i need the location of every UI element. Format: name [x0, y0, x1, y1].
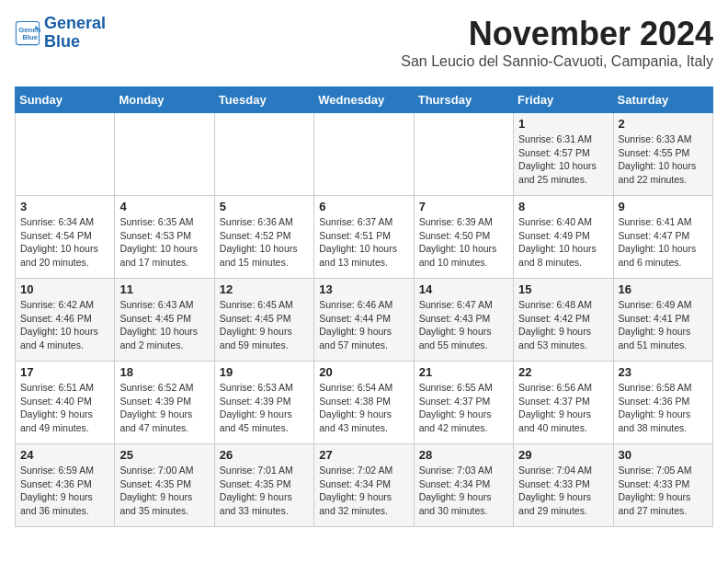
day-info: Sunrise: 6:41 AM Sunset: 4:47 PM Dayligh… [619, 215, 708, 270]
day-info: Sunrise: 7:04 AM Sunset: 4:33 PM Dayligh… [518, 464, 608, 518]
weekday-header-sunday: Sunday [16, 87, 115, 113]
day-number: 1 [518, 117, 608, 131]
day-info: Sunrise: 7:02 AM Sunset: 4:34 PM Dayligh… [319, 464, 408, 518]
day-info: Sunrise: 6:47 AM Sunset: 4:43 PM Dayligh… [419, 298, 508, 352]
day-info: Sunrise: 6:39 AM Sunset: 4:50 PM Dayligh… [419, 215, 508, 270]
day-number: 30 [619, 448, 708, 462]
day-number: 14 [419, 282, 508, 296]
logo: General Blue General Blue [15, 15, 106, 52]
calendar-cell: 6Sunrise: 6:37 AM Sunset: 4:51 PM Daylig… [314, 196, 414, 279]
day-number: 18 [119, 365, 209, 379]
day-info: Sunrise: 6:48 AM Sunset: 4:42 PM Dayligh… [518, 298, 608, 352]
day-info: Sunrise: 7:01 AM Sunset: 4:35 PM Dayligh… [220, 464, 309, 518]
calendar-cell: 12Sunrise: 6:45 AM Sunset: 4:45 PM Dayli… [214, 279, 313, 362]
calendar-cell: 18Sunrise: 6:52 AM Sunset: 4:39 PM Dayli… [115, 362, 214, 444]
calendar-cell [115, 113, 214, 196]
calendar-cell: 25Sunrise: 7:00 AM Sunset: 4:35 PM Dayli… [115, 444, 214, 527]
calendar-cell: 5Sunrise: 6:36 AM Sunset: 4:52 PM Daylig… [214, 196, 313, 279]
day-info: Sunrise: 7:05 AM Sunset: 4:33 PM Dayligh… [619, 464, 708, 518]
calendar-cell: 13Sunrise: 6:46 AM Sunset: 4:44 PM Dayli… [314, 279, 414, 362]
month-title: November 2024 [401, 15, 713, 53]
day-number: 19 [220, 365, 309, 379]
day-number: 26 [220, 448, 309, 462]
day-info: Sunrise: 6:40 AM Sunset: 4:49 PM Dayligh… [518, 215, 608, 270]
day-number: 29 [518, 448, 608, 462]
calendar-week-3: 10Sunrise: 6:42 AM Sunset: 4:46 PM Dayli… [16, 279, 713, 362]
calendar-week-4: 17Sunrise: 6:51 AM Sunset: 4:40 PM Dayli… [16, 362, 713, 444]
day-info: Sunrise: 6:31 AM Sunset: 4:57 PM Dayligh… [518, 132, 608, 187]
calendar-cell: 30Sunrise: 7:05 AM Sunset: 4:33 PM Dayli… [613, 444, 712, 527]
calendar-cell: 24Sunrise: 6:59 AM Sunset: 4:36 PM Dayli… [16, 444, 115, 527]
day-number: 25 [119, 448, 209, 462]
day-info: Sunrise: 6:55 AM Sunset: 4:37 PM Dayligh… [419, 381, 508, 435]
calendar-cell: 9Sunrise: 6:41 AM Sunset: 4:47 PM Daylig… [613, 196, 712, 279]
calendar-cell: 15Sunrise: 6:48 AM Sunset: 4:42 PM Dayli… [514, 279, 613, 362]
day-number: 16 [619, 282, 708, 296]
day-info: Sunrise: 6:34 AM Sunset: 4:54 PM Dayligh… [20, 215, 109, 270]
calendar-week-5: 24Sunrise: 6:59 AM Sunset: 4:36 PM Dayli… [16, 444, 713, 527]
logo-text-line1: General [44, 15, 106, 33]
day-number: 21 [419, 365, 508, 379]
day-info: Sunrise: 6:49 AM Sunset: 4:41 PM Dayligh… [619, 298, 708, 352]
svg-text:General: General [18, 25, 40, 33]
weekday-header-saturday: Saturday [613, 87, 712, 113]
calendar-cell: 3Sunrise: 6:34 AM Sunset: 4:54 PM Daylig… [16, 196, 115, 279]
calendar-cell: 8Sunrise: 6:40 AM Sunset: 4:49 PM Daylig… [514, 196, 613, 279]
calendar-cell: 1Sunrise: 6:31 AM Sunset: 4:57 PM Daylig… [514, 113, 613, 196]
day-number: 11 [119, 282, 209, 296]
calendar-cell: 16Sunrise: 6:49 AM Sunset: 4:41 PM Dayli… [613, 279, 712, 362]
day-number: 4 [119, 200, 209, 213]
calendar-week-2: 3Sunrise: 6:34 AM Sunset: 4:54 PM Daylig… [16, 196, 713, 279]
calendar-cell [214, 113, 313, 196]
day-number: 27 [319, 448, 408, 462]
day-number: 7 [419, 200, 508, 213]
calendar-cell [314, 113, 414, 196]
calendar-cell: 23Sunrise: 6:58 AM Sunset: 4:36 PM Dayli… [613, 362, 712, 444]
day-number: 28 [419, 448, 508, 462]
calendar-cell: 22Sunrise: 6:56 AM Sunset: 4:37 PM Dayli… [514, 362, 613, 444]
day-info: Sunrise: 7:03 AM Sunset: 4:34 PM Dayligh… [419, 464, 508, 518]
day-number: 23 [619, 365, 708, 379]
day-number: 20 [319, 365, 408, 379]
calendar-cell: 14Sunrise: 6:47 AM Sunset: 4:43 PM Dayli… [414, 279, 513, 362]
weekday-header-friday: Friday [514, 87, 613, 113]
day-info: Sunrise: 6:37 AM Sunset: 4:51 PM Dayligh… [319, 215, 408, 270]
weekday-header-monday: Monday [115, 87, 214, 113]
day-info: Sunrise: 6:36 AM Sunset: 4:52 PM Dayligh… [220, 215, 309, 270]
day-number: 2 [619, 117, 708, 131]
calendar-cell: 26Sunrise: 7:01 AM Sunset: 4:35 PM Dayli… [214, 444, 313, 527]
day-number: 17 [20, 365, 109, 379]
day-info: Sunrise: 6:42 AM Sunset: 4:46 PM Dayligh… [20, 298, 109, 352]
calendar-cell: 28Sunrise: 7:03 AM Sunset: 4:34 PM Dayli… [414, 444, 513, 527]
day-info: Sunrise: 6:59 AM Sunset: 4:36 PM Dayligh… [20, 464, 109, 518]
calendar-cell: 17Sunrise: 6:51 AM Sunset: 4:40 PM Dayli… [16, 362, 115, 444]
calendar-cell: 10Sunrise: 6:42 AM Sunset: 4:46 PM Dayli… [16, 279, 115, 362]
calendar-cell: 21Sunrise: 6:55 AM Sunset: 4:37 PM Dayli… [414, 362, 513, 444]
day-info: Sunrise: 6:46 AM Sunset: 4:44 PM Dayligh… [319, 298, 408, 352]
calendar-cell: 11Sunrise: 6:43 AM Sunset: 4:45 PM Dayli… [115, 279, 214, 362]
weekday-header-wednesday: Wednesday [314, 87, 414, 113]
day-info: Sunrise: 6:35 AM Sunset: 4:53 PM Dayligh… [119, 215, 209, 270]
day-info: Sunrise: 6:45 AM Sunset: 4:45 PM Dayligh… [220, 298, 309, 352]
calendar-cell [414, 113, 513, 196]
day-number: 5 [220, 200, 309, 213]
day-number: 3 [20, 200, 109, 213]
day-info: Sunrise: 6:58 AM Sunset: 4:36 PM Dayligh… [619, 381, 708, 435]
day-info: Sunrise: 6:43 AM Sunset: 4:45 PM Dayligh… [119, 298, 209, 352]
day-info: Sunrise: 6:53 AM Sunset: 4:39 PM Dayligh… [220, 381, 309, 435]
day-info: Sunrise: 6:33 AM Sunset: 4:55 PM Dayligh… [619, 132, 708, 187]
day-info: Sunrise: 6:52 AM Sunset: 4:39 PM Dayligh… [119, 381, 209, 435]
location-title: San Leucio del Sannio-Cavuoti, Campania,… [401, 53, 713, 70]
calendar-cell: 19Sunrise: 6:53 AM Sunset: 4:39 PM Dayli… [214, 362, 313, 444]
day-number: 6 [319, 200, 408, 213]
day-number: 12 [220, 282, 309, 296]
day-number: 22 [518, 365, 608, 379]
calendar-cell: 4Sunrise: 6:35 AM Sunset: 4:53 PM Daylig… [115, 196, 214, 279]
calendar-cell: 2Sunrise: 6:33 AM Sunset: 4:55 PM Daylig… [613, 113, 712, 196]
day-info: Sunrise: 6:54 AM Sunset: 4:38 PM Dayligh… [319, 381, 408, 435]
day-number: 15 [518, 282, 608, 296]
calendar-cell: 29Sunrise: 7:04 AM Sunset: 4:33 PM Dayli… [514, 444, 613, 527]
calendar-week-1: 1Sunrise: 6:31 AM Sunset: 4:57 PM Daylig… [16, 113, 713, 196]
calendar-cell: 7Sunrise: 6:39 AM Sunset: 4:50 PM Daylig… [414, 196, 513, 279]
calendar-table: SundayMondayTuesdayWednesdayThursdayFrid… [15, 86, 713, 527]
